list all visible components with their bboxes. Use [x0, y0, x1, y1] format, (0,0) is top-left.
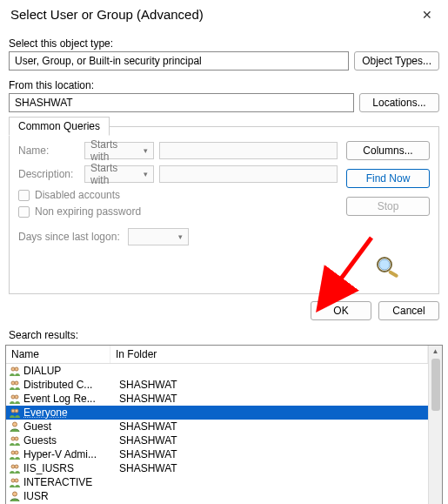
object-type-label: Select this object type:	[9, 34, 439, 50]
svg-point-21	[13, 492, 17, 496]
group-icon	[8, 461, 22, 475]
table-row[interactable]: IUSR	[6, 489, 428, 503]
chevron-down-icon: ▾	[144, 170, 148, 178]
scroll-thumb[interactable]	[431, 359, 440, 411]
combo-text: Starts with	[90, 162, 138, 186]
stop-button: Stop	[346, 197, 430, 216]
close-icon[interactable]: ✕	[417, 8, 438, 22]
result-folder: SHASHWAT	[110, 448, 177, 460]
result-folder: SHASHWAT	[110, 420, 177, 433]
description-filter-input	[159, 165, 338, 183]
days-since-logon-label: Days since last logon:	[18, 231, 123, 243]
chevron-down-icon: ▾	[144, 146, 148, 155]
table-row[interactable]: DIALUP	[6, 364, 428, 378]
result-name: DIALUP	[23, 365, 110, 377]
search-results-label: Search results:	[0, 327, 448, 343]
group-icon	[8, 392, 22, 406]
result-folder: SHASHWAT	[110, 434, 177, 447]
svg-point-10	[11, 409, 15, 413]
svg-rect-2	[388, 270, 398, 278]
group-icon	[8, 364, 22, 378]
result-name: Guest	[23, 420, 110, 433]
result-name: IUSR	[23, 490, 110, 502]
group-icon	[8, 475, 22, 489]
group-icon	[8, 406, 22, 420]
result-name: Distributed C...	[23, 379, 110, 391]
svg-point-9	[15, 395, 18, 399]
table-row[interactable]: INTERACTIVE	[6, 475, 428, 489]
chevron-down-icon: ▾	[178, 232, 183, 241]
result-folder: SHASHWAT	[110, 379, 177, 391]
window-title: Select User or Group (Advanced)	[10, 7, 204, 22]
result-name: Everyone	[23, 407, 110, 419]
svg-point-17	[11, 465, 15, 468]
result-folder: SHASHWAT	[110, 393, 177, 405]
name-filter-label: Name:	[18, 144, 79, 157]
name-match-combo: Starts with ▾	[84, 142, 154, 159]
svg-point-20	[15, 479, 18, 482]
user-icon	[8, 489, 22, 503]
non-expiring-checkbox	[18, 206, 30, 218]
description-match-combo: Starts with ▾	[84, 165, 154, 183]
ok-button[interactable]: OK	[311, 301, 371, 320]
svg-point-1	[379, 259, 390, 270]
non-expiring-label: Non expiring password	[35, 205, 141, 218]
result-name: Guests	[23, 434, 110, 447]
object-type-field[interactable]: User, Group, or Built-in security princi…	[9, 51, 349, 71]
find-now-button[interactable]: Find Now	[346, 169, 430, 188]
svg-point-6	[11, 381, 15, 385]
svg-point-15	[11, 451, 15, 454]
table-row[interactable]: Hyper-V Admi...SHASHWAT	[6, 447, 428, 461]
column-header-name[interactable]: Name	[6, 346, 110, 363]
table-row[interactable]: Distributed C...SHASHWAT	[6, 378, 428, 392]
result-name: Hyper-V Admi...	[23, 448, 110, 460]
svg-point-16	[15, 451, 18, 454]
description-filter-label: Description:	[18, 168, 79, 180]
svg-point-18	[15, 465, 18, 468]
svg-point-11	[15, 409, 18, 413]
svg-point-14	[15, 437, 18, 440]
table-row[interactable]: Everyone	[6, 406, 428, 420]
disabled-accounts-label: Disabled accounts	[35, 189, 120, 201]
table-row[interactable]: IIS_IUSRSSHASHWAT	[6, 461, 428, 475]
svg-point-19	[11, 479, 15, 482]
result-name: Event Log Re...	[23, 393, 110, 405]
group-icon	[8, 378, 22, 392]
tab-common-queries[interactable]: Common Queries	[9, 117, 110, 136]
object-types-button[interactable]: Object Types...	[354, 51, 439, 71]
group-icon	[8, 447, 22, 461]
disabled-accounts-checkbox	[18, 190, 30, 201]
result-name: IIS_IUSRS	[23, 462, 110, 474]
cancel-button[interactable]: Cancel	[378, 301, 439, 320]
location-field[interactable]: SHASHWAT	[9, 93, 354, 112]
location-label: From this location:	[9, 76, 439, 91]
group-icon	[8, 433, 22, 447]
days-since-logon-combo: ▾	[128, 228, 189, 245]
table-row[interactable]: GuestSHASHWAT	[6, 420, 428, 433]
svg-point-12	[13, 422, 17, 427]
magnifier-icon	[372, 254, 404, 285]
result-folder: SHASHWAT	[110, 462, 177, 474]
svg-point-7	[15, 381, 18, 385]
result-name: INTERACTIVE	[23, 476, 110, 488]
scroll-up-icon[interactable]: ▲	[429, 346, 442, 357]
svg-point-8	[11, 395, 15, 399]
columns-button[interactable]: Columns...	[346, 141, 430, 160]
scrollbar[interactable]: ▲ ▼	[428, 346, 442, 504]
svg-point-4	[11, 367, 15, 371]
svg-point-13	[11, 437, 15, 440]
table-row[interactable]: GuestsSHASHWAT	[6, 433, 428, 447]
search-results-list[interactable]: Name In Folder DIALUPDistributed C...SHA…	[5, 345, 443, 504]
table-row[interactable]: Event Log Re...SHASHWAT	[6, 392, 428, 406]
combo-text: Starts with	[90, 138, 138, 163]
locations-button[interactable]: Locations...	[359, 93, 439, 112]
name-filter-input	[159, 142, 338, 159]
user-icon	[8, 420, 22, 433]
svg-point-5	[15, 367, 18, 371]
column-header-folder[interactable]: In Folder	[110, 346, 428, 363]
